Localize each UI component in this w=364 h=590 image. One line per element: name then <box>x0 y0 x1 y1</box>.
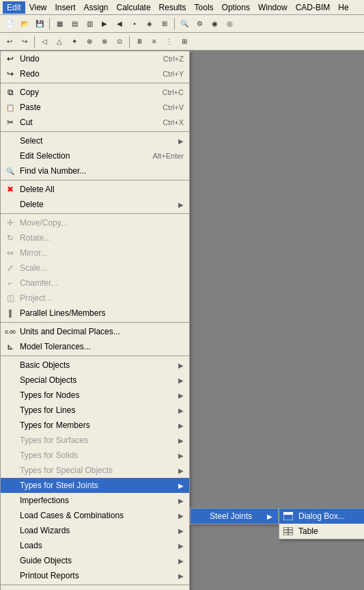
types-solids-arrow: ▶ <box>178 452 184 459</box>
menu-bar-item-options[interactable]: Options <box>218 1 254 14</box>
types-surfaces-arrow: ▶ <box>178 437 184 444</box>
menu-item-mirror[interactable]: Mirror... <box>1 245 189 260</box>
menu-item-loads[interactable]: Loads ▶ <box>1 538 189 553</box>
toolbar2-btn2[interactable]: ↪ <box>18 35 31 49</box>
rotate-icon <box>5 232 16 243</box>
toolbar-btn7[interactable]: ◈ <box>143 17 156 31</box>
move-label: Move/Copy... <box>20 218 184 228</box>
menu-item-paste[interactable]: Paste Ctrl+V <box>1 100 189 115</box>
menu-item-rotate[interactable]: Rotate... <box>1 230 189 245</box>
menu-item-types-nodes[interactable]: Types for Nodes ▶ <box>1 388 189 403</box>
menu-item-copy[interactable]: Copy Ctrl+C <box>1 85 189 100</box>
toolbar2-btn7[interactable]: ⊗ <box>98 35 111 49</box>
menu-item-redo[interactable]: Redo Ctrl+Y <box>1 66 189 81</box>
menu-bar-item-view[interactable]: View <box>25 1 51 14</box>
menu-item-units[interactable]: Units and Decimal Places... <box>1 324 189 339</box>
toolbar2-btn4[interactable]: △ <box>53 35 66 49</box>
menu-item-project[interactable]: Project... <box>1 291 189 306</box>
menu-item-types-members[interactable]: Types for Members ▶ <box>1 418 189 433</box>
toolbar-open[interactable]: 📂 <box>18 17 31 31</box>
toolbar2-btn6[interactable]: ⊕ <box>83 35 96 49</box>
scale-icon <box>5 263 16 273</box>
menu-item-scale[interactable]: Scale... <box>1 260 189 276</box>
menu-item-types-lines[interactable]: Types for Lines ▶ <box>1 403 189 418</box>
submenu-item-dialog-box[interactable]: Dialog Box... <box>279 509 364 524</box>
toolbar2-btn5[interactable]: ✦ <box>68 35 81 49</box>
toolbar-search[interactable]: 🔍 <box>178 17 191 31</box>
select-label: Select <box>20 136 178 146</box>
select-arrow: ▶ <box>178 137 184 145</box>
menu-bar-item-tools[interactable]: Tools <box>191 1 218 14</box>
menu-item-types-special[interactable]: Types for Special Objects ▶ <box>1 463 189 478</box>
toolbar-extra2[interactable]: ◎ <box>223 17 236 31</box>
menu-item-load-cases[interactable]: Load Cases & Combinations ▶ <box>1 508 189 523</box>
toolbar-btn4[interactable]: ▶ <box>98 17 111 31</box>
toolbar2-btn12[interactable]: ⊞ <box>178 35 191 49</box>
menu-item-types-solids[interactable]: Types for Solids ▶ <box>1 448 189 463</box>
toolbar-new[interactable]: 📄 <box>3 17 16 31</box>
menu-item-basic-objects[interactable]: Basic Objects ▶ <box>1 358 189 373</box>
redo-shortcut: Ctrl+Y <box>163 70 184 78</box>
units-label: Units and Decimal Places... <box>20 327 184 336</box>
loads-label: Loads <box>20 541 178 550</box>
menu-item-find[interactable]: Find via Number... <box>1 163 189 178</box>
menu-item-global-params[interactable]: Global Parameters... <box>1 587 189 590</box>
types-members-arrow: ▶ <box>178 422 184 429</box>
menu-item-parallel[interactable]: Parallel Lines/Members <box>1 306 189 321</box>
menu-item-select[interactable]: Select ▶ <box>1 133 189 148</box>
menu-bar-item-edit[interactable]: Edit <box>3 1 25 14</box>
types-special-label: Types for Special Objects <box>20 466 178 475</box>
toolbar-extra1[interactable]: ◉ <box>208 17 221 31</box>
find-icon <box>5 165 16 176</box>
menu-bar-item-calculate[interactable]: Calculate <box>113 1 155 14</box>
toolbar-btn1[interactable]: ▦ <box>53 17 66 31</box>
toolbar-btn6[interactable]: ▪ <box>128 17 141 31</box>
toolbar2-btn10[interactable]: ≡ <box>148 35 161 49</box>
toolbar2-btn9[interactable]: Ⅲ <box>132 35 146 49</box>
toolbar2-btn8[interactable]: ⊙ <box>113 35 126 49</box>
menu-bar-item-assign[interactable]: Assign <box>80 1 113 14</box>
menu-item-move[interactable]: Move/Copy... <box>1 215 189 230</box>
submenu-item-table[interactable]: Table <box>279 524 364 539</box>
paste-label: Paste <box>20 103 149 112</box>
steel-joints-arrow: ▶ <box>267 513 272 520</box>
menu-item-delete[interactable]: Delete ▶ <box>1 197 189 212</box>
menu-bar-item-window[interactable]: Window <box>254 1 292 14</box>
menu-item-undo[interactable]: Undo Ctrl+Z <box>1 51 189 66</box>
edit-dropdown: Undo Ctrl+Z Redo Ctrl+Y Copy Ctrl+C Past… <box>0 51 190 590</box>
toolbar-btn3[interactable]: ▥ <box>83 17 96 31</box>
menu-item-cut[interactable]: Cut Ctrl+X <box>1 115 189 130</box>
toolbar2-btn3[interactable]: ◁ <box>38 35 51 49</box>
menu-bar-item-cad-bim[interactable]: CAD-BIM <box>292 1 335 14</box>
menu-item-printout[interactable]: Printout Reports ▶ <box>1 568 189 583</box>
menu-item-types-surfaces[interactable]: Types for Surfaces ▶ <box>1 433 189 448</box>
menu-item-edit-selection[interactable]: Edit Selection Alt+Enter <box>1 148 189 163</box>
menu-bar-item-insert[interactable]: Insert <box>51 1 79 14</box>
menu-item-chamfer[interactable]: Chamfer... <box>1 276 189 291</box>
menu-item-delete-all[interactable]: Delete All <box>1 182 189 197</box>
toolbar-save[interactable]: 💾 <box>33 17 46 31</box>
menu-item-special-objects[interactable]: Special Objects ▶ <box>1 373 189 388</box>
mirror-icon <box>5 247 16 258</box>
special-objects-label: Special Objects <box>20 375 178 385</box>
toolbar-settings[interactable]: ⚙ <box>193 17 206 31</box>
menu-item-guide-objects[interactable]: Guide Objects ▶ <box>1 553 189 568</box>
submenu-item-steel-joints[interactable]: Steel Joints ▶ <box>191 509 278 524</box>
dialog-box-icon <box>282 511 294 521</box>
menu-item-types-steel-joints[interactable]: Types for Steel Joints ▶ <box>1 478 189 493</box>
menu-item-tolerance[interactable]: Model Tolerances... <box>1 339 189 354</box>
menu-bar-item-results[interactable]: Results <box>155 1 191 14</box>
menu-item-imperfections[interactable]: Imperfections ▶ <box>1 493 189 508</box>
menu-item-load-wizards[interactable]: Load Wizards ▶ <box>1 523 189 538</box>
toolbar2-btn1[interactable]: ↩ <box>3 35 16 49</box>
toolbar2-btn11[interactable]: ⋮ <box>163 35 176 49</box>
main-content: Undo Ctrl+Z Redo Ctrl+Y Copy Ctrl+C Past… <box>0 51 364 590</box>
toolbar2-sep1 <box>34 36 35 48</box>
toolbar-btn8[interactable]: ⊞ <box>158 17 171 31</box>
menu-bar-item-help[interactable]: He <box>334 1 352 14</box>
toolbar-sep-2 <box>174 18 175 30</box>
types-lines-label: Types for Lines <box>20 405 178 415</box>
toolbar-btn5[interactable]: ◀ <box>113 17 126 31</box>
svg-rect-1 <box>283 512 293 515</box>
toolbar-btn2[interactable]: ▤ <box>68 17 81 31</box>
